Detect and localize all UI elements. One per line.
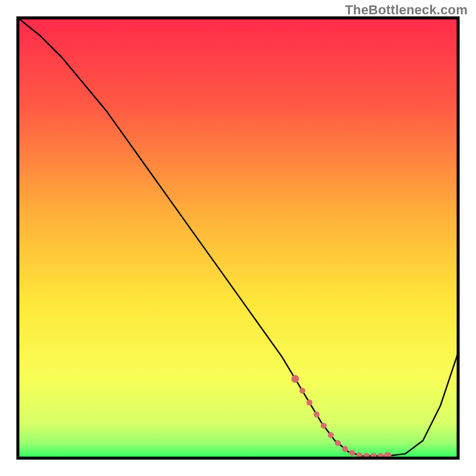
optimal-zone-dot xyxy=(335,440,341,446)
chart-svg xyxy=(0,0,476,476)
optimal-zone-dot xyxy=(328,432,334,438)
optimal-zone-dot xyxy=(314,412,320,418)
optimal-zone-dot xyxy=(299,388,305,394)
optimal-zone-dot xyxy=(292,375,299,383)
optimal-zone-dot xyxy=(306,400,312,406)
optimal-zone-dot xyxy=(321,422,327,428)
optimal-zone-dot xyxy=(342,446,348,452)
chart-frame: TheBottleneck.com xyxy=(0,0,476,476)
optimal-zone-dot xyxy=(349,450,355,456)
